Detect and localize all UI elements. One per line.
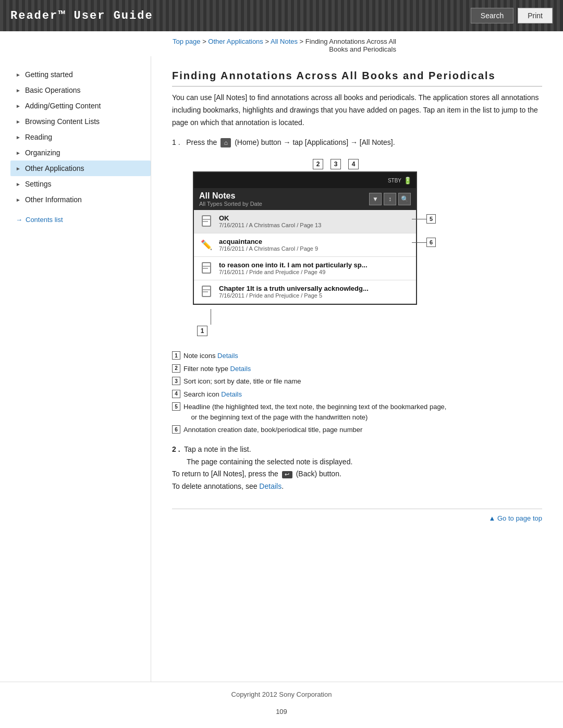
legend-item-6: 6 Annotation creation date, book/periodi…	[172, 425, 542, 435]
contents-list-text[interactable]: Contents list	[26, 216, 63, 224]
sidebar-item-other-information[interactable]: ► Other Information	[10, 192, 151, 207]
all-notes-subtitle: All Types Sorted by Date	[199, 201, 262, 207]
sidebar-item-label: Reading	[25, 133, 52, 141]
list-item[interactable]: Chapter 1It is a truth universally ackno…	[194, 280, 416, 304]
legend-link-2[interactable]: Details	[230, 365, 251, 373]
search-button[interactable]: Search	[471, 8, 513, 23]
sidebar: ► Getting started ► Basic Operations ► A…	[0, 56, 151, 682]
contents-list-link[interactable]: → Contents list	[10, 216, 151, 224]
delete-details-link[interactable]: Details	[259, 482, 282, 490]
battery-icon: 🔋	[403, 177, 412, 184]
callout-num-3: 3	[331, 159, 341, 169]
step-1-apps: tap [Applications]	[292, 138, 348, 146]
app-title: Reader™ User Guide	[10, 9, 153, 22]
legend-text-4: Search icon Details	[183, 389, 242, 400]
callout-6-connector: 6	[412, 238, 436, 247]
sidebar-item-label: Other Information	[25, 195, 82, 204]
item-content: to reason one into it. I am not particul…	[219, 261, 411, 275]
list-item[interactable]: ✏️ acquaintance 7/16/2011 / A Christmas …	[194, 233, 416, 257]
step-1-text: Press the	[186, 138, 219, 146]
svg-rect-6	[203, 266, 210, 267]
page-icon	[199, 261, 214, 276]
delete-text: To delete annotations, see Details.	[172, 480, 542, 493]
list-item[interactable]: to reason one into it. I am not particul…	[194, 257, 416, 280]
home-icon: ⌂	[221, 138, 231, 147]
item-meta: 7/16/2011 / Pride and Prejudice / Page 4…	[219, 269, 411, 275]
step-2: 2 . Tap a note in the list. The page con…	[172, 443, 542, 493]
sidebar-item-adding-content[interactable]: ► Adding/Getting Content	[10, 98, 151, 114]
sort-btn[interactable]: ↕	[384, 193, 396, 205]
sidebar-item-browsing[interactable]: ► Browsing Content Lists	[10, 114, 151, 129]
filter-btn[interactable]: ▼	[369, 193, 382, 205]
sidebar-item-other-applications[interactable]: ► Other Applications	[10, 161, 151, 176]
breadcrumb: Top page > Other Applications > All Note…	[0, 31, 563, 56]
chevron-right-icon: ►	[16, 150, 21, 156]
print-button[interactable]: Print	[518, 8, 553, 23]
search-device-btn[interactable]: 🔍	[398, 193, 411, 205]
chevron-right-icon: ►	[16, 103, 21, 109]
legend-text-3: Sort icon; sort by date, title or file n…	[183, 376, 301, 387]
go-top-link[interactable]: ▲ Go to page top	[489, 514, 543, 522]
page-title: Finding Annotations Across All Books and…	[172, 70, 542, 87]
legend-link-4[interactable]: Details	[221, 390, 242, 398]
footer: Copyright 2012 Sony Corporation	[0, 682, 563, 704]
legend-item-2: 2 Filter note type Details	[172, 364, 542, 374]
header-buttons: Search Print	[471, 8, 553, 23]
breadcrumb-other-apps[interactable]: Other Applications	[208, 38, 263, 45]
item-meta: 7/16/2011 / Pride and Prejudice / Page 5	[219, 292, 411, 299]
item-meta: 7/16/2011 / A Christmas Carol / Page 13	[219, 222, 411, 228]
main-layout: ► Getting started ► Basic Operations ► A…	[0, 56, 563, 682]
chevron-right-icon: ►	[16, 181, 21, 187]
sidebar-item-label: Settings	[25, 180, 52, 188]
sidebar-item-reading[interactable]: ► Reading	[10, 129, 151, 145]
legend-text-5: Headline (the highlighted text, the text…	[183, 402, 446, 422]
legend-num-4: 4	[172, 390, 180, 398]
return-text: To return to [All Notes], press the ↩ (B…	[172, 468, 542, 480]
page-number: 109	[0, 704, 563, 719]
item-meta: 7/16/2011 / A Christmas Carol / Page 9	[219, 245, 411, 252]
item-content: OK 7/16/2011 / A Christmas Carol / Page …	[219, 214, 411, 228]
device-screen: STBY 🔋 All Notes All Types Sorted by Dat…	[193, 171, 417, 305]
item-title: Chapter 1It is a truth universally ackno…	[219, 285, 411, 292]
callout-num-2: 2	[313, 159, 323, 169]
step-1-prefix: 1 .	[172, 138, 184, 146]
page-icon-2	[199, 285, 214, 299]
sidebar-item-label: Getting started	[25, 70, 73, 79]
legend-list: 1 Note icons Details 2 Filter note type …	[172, 351, 542, 435]
sidebar-item-settings[interactable]: ► Settings	[10, 176, 151, 192]
legend-item-1: 1 Note icons Details	[172, 351, 542, 361]
svg-rect-11	[203, 291, 208, 292]
standby-icon: STBY	[388, 178, 401, 183]
breadcrumb-all-notes[interactable]: All Notes	[271, 38, 298, 45]
step-1-allnotes: [All Notes].	[360, 138, 395, 146]
sidebar-item-basic-operations[interactable]: ► Basic Operations	[10, 82, 151, 98]
legend-item-3: 3 Sort icon; sort by date, title or file…	[172, 376, 542, 387]
callout-numbers-top: 2 3 4	[313, 159, 417, 169]
legend-item-4: 4 Search icon Details	[172, 389, 542, 400]
breadcrumb-top-page[interactable]: Top page	[173, 38, 201, 45]
intro-paragraph: You can use [All Notes] to find annotati…	[172, 92, 542, 129]
device-header: All Notes All Types Sorted by Date ▼ ↕ 🔍	[194, 188, 416, 210]
sidebar-item-label: Adding/Getting Content	[25, 102, 101, 110]
legend-num-6: 6	[172, 425, 180, 434]
device-image: STBY 🔋 All Notes All Types Sorted by Dat…	[193, 171, 417, 336]
sidebar-item-getting-started[interactable]: ► Getting started	[10, 67, 151, 82]
sidebar-item-organizing[interactable]: ► Organizing	[10, 145, 151, 161]
chevron-right-icon: ►	[16, 88, 21, 93]
list-item[interactable]: OK 7/16/2011 / A Christmas Carol / Page …	[194, 210, 416, 233]
sidebar-item-label: Basic Operations	[25, 86, 81, 94]
legend-num-3: 3	[172, 377, 180, 385]
svg-rect-2	[203, 219, 210, 220]
legend-text-1: Note icons Details	[183, 351, 238, 361]
arrow-icon-2: →	[350, 138, 360, 146]
callout-num-6: 6	[426, 238, 436, 247]
legend-link-1[interactable]: Details	[217, 352, 238, 360]
sidebar-item-label: Browsing Content Lists	[25, 117, 100, 126]
device-list: OK 7/16/2011 / A Christmas Carol / Page …	[194, 210, 416, 304]
item-title: acquaintance	[219, 238, 411, 245]
sidebar-item-label: Other Applications	[25, 164, 84, 172]
item-content: Chapter 1It is a truth universally ackno…	[219, 285, 411, 299]
step-1: 1 . Press the ⌂ (Home) button → tap [App…	[172, 138, 542, 147]
legend-text-6: Annotation creation date, book/periodica…	[183, 425, 362, 435]
svg-rect-10	[203, 289, 210, 290]
